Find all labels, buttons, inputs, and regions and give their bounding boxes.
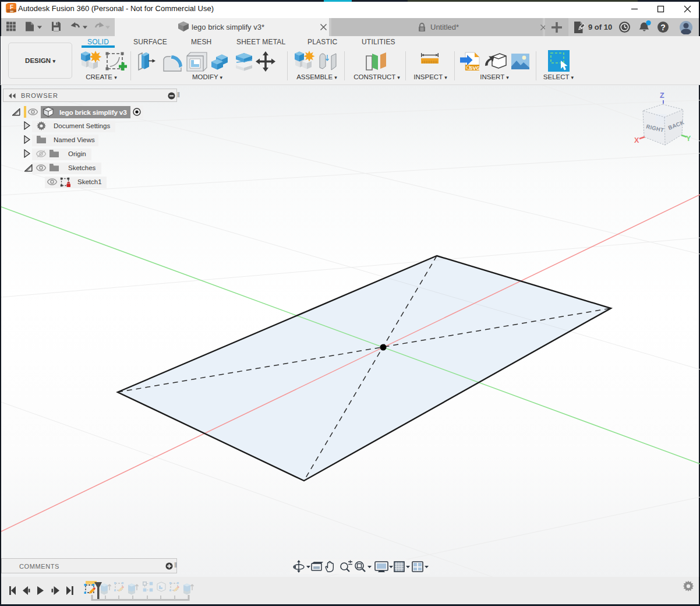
svg-text:Z: Z	[660, 91, 664, 100]
svg-text:SVG: SVG	[469, 65, 480, 71]
svg-text:?: ?	[660, 23, 666, 32]
svg-text:360: 360	[10, 10, 13, 13]
svg-text:Y: Y	[686, 135, 691, 143]
svg-text:X: X	[634, 136, 639, 145]
svg-text:F: F	[10, 4, 13, 10]
